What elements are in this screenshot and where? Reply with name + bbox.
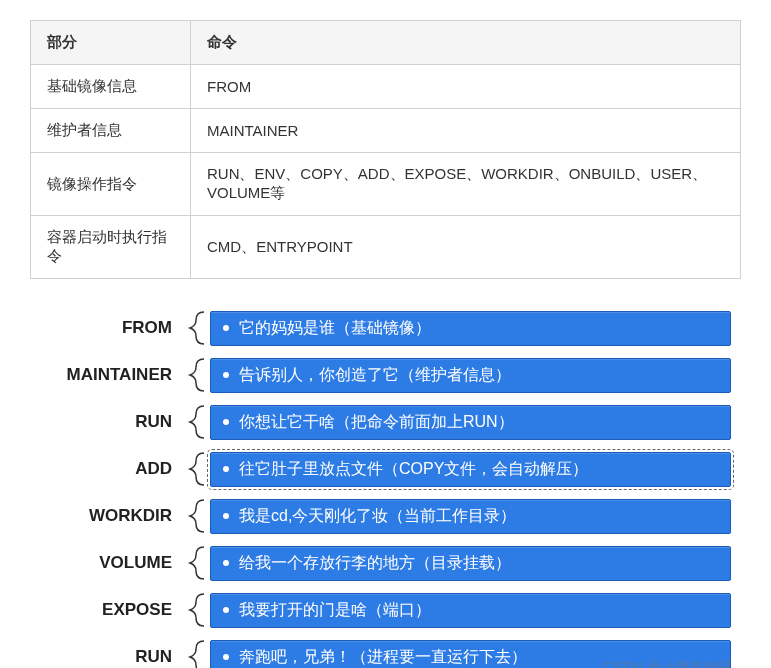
diagram-desc-box: 给我一个存放行李的地方（目录挂载）: [210, 546, 731, 581]
cell-cmd: FROM: [191, 65, 741, 109]
diagram-desc-box: 你想让它干啥（把命令前面加上RUN）: [210, 405, 731, 440]
cell-part: 容器启动时执行指令: [31, 216, 191, 279]
diagram-label: FROM: [30, 318, 180, 338]
table-header-cmd: 命令: [191, 21, 741, 65]
diagram-desc: 给我一个存放行李的地方（目录挂载）: [239, 553, 511, 574]
diagram-desc: 奔跑吧，兄弟！（进程要一直运行下去）: [239, 647, 527, 668]
brace-icon: [180, 639, 210, 668]
cell-cmd: CMD、ENTRYPOINT: [191, 216, 741, 279]
diagram-desc: 我要打开的门是啥（端口）: [239, 600, 431, 621]
diagram-desc: 我是cd,今天刚化了妆（当前工作目录）: [239, 506, 516, 527]
bullet-icon: [223, 513, 229, 519]
diagram-desc-box: 告诉别人，你创造了它（维护者信息）: [210, 358, 731, 393]
table-row: 镜像操作指令 RUN、ENV、COPY、ADD、EXPOSE、WORKDIR、O…: [31, 153, 741, 216]
brace-icon: [180, 404, 210, 440]
brace-icon: [180, 357, 210, 393]
diagram-desc: 告诉别人，你创造了它（维护者信息）: [239, 365, 511, 386]
brace-icon: [180, 451, 210, 487]
table-row: 维护者信息 MAINTAINER: [31, 109, 741, 153]
cell-cmd: MAINTAINER: [191, 109, 741, 153]
brace-icon: [180, 310, 210, 346]
diagram-label: RUN: [30, 412, 180, 432]
cell-part: 镜像操作指令: [31, 153, 191, 216]
diagram-desc-box: 往它肚子里放点文件（COPY文件，会自动解压）: [210, 452, 731, 487]
diagram-label: EXPOSE: [30, 600, 180, 620]
docker-diagram: FROM 它的妈妈是谁（基础镜像） MAINTAINER 告诉别人，你创造了它（…: [30, 309, 741, 668]
diagram-label: ADD: [30, 459, 180, 479]
brace-icon: [180, 545, 210, 581]
brace-icon: [180, 498, 210, 534]
diagram-row: MAINTAINER 告诉别人，你创造了它（维护者信息）: [30, 356, 731, 394]
cell-part: 维护者信息: [31, 109, 191, 153]
bullet-icon: [223, 607, 229, 613]
bullet-icon: [223, 654, 229, 660]
diagram-row: FROM 它的妈妈是谁（基础镜像）: [30, 309, 731, 347]
diagram-row: RUN 你想让它干啥（把命令前面加上RUN）: [30, 403, 731, 441]
diagram-label: RUN: [30, 647, 180, 667]
table-row: 容器启动时执行指令 CMD、ENTRYPOINT: [31, 216, 741, 279]
diagram-label: WORKDIR: [30, 506, 180, 526]
diagram-desc-box: 我是cd,今天刚化了妆（当前工作目录）: [210, 499, 731, 534]
diagram-desc: 它的妈妈是谁（基础镜像）: [239, 318, 431, 339]
docker-commands-table: 部分 命令 基础镜像信息 FROM 维护者信息 MAINTAINER 镜像操作指…: [30, 20, 741, 279]
diagram-row: VOLUME 给我一个存放行李的地方（目录挂载）: [30, 544, 731, 582]
diagram-desc-box: 它的妈妈是谁（基础镜像）: [210, 311, 731, 346]
table-header-part: 部分: [31, 21, 191, 65]
diagram-desc-box: 奔跑吧，兄弟！（进程要一直运行下去）: [210, 640, 731, 669]
bullet-icon: [223, 372, 229, 378]
bullet-icon: [223, 466, 229, 472]
diagram-label: MAINTAINER: [30, 365, 180, 385]
cell-cmd: RUN、ENV、COPY、ADD、EXPOSE、WORKDIR、ONBUILD、…: [191, 153, 741, 216]
diagram-desc: 往它肚子里放点文件（COPY文件，会自动解压）: [239, 459, 588, 480]
bullet-icon: [223, 560, 229, 566]
diagram-row: EXPOSE 我要打开的门是啥（端口）: [30, 591, 731, 629]
bullet-icon: [223, 325, 229, 331]
table-row: 基础镜像信息 FROM: [31, 65, 741, 109]
diagram-desc-box: 我要打开的门是啥（端口）: [210, 593, 731, 628]
diagram-desc: 你想让它干啥（把命令前面加上RUN）: [239, 412, 514, 433]
diagram-row: WORKDIR 我是cd,今天刚化了妆（当前工作目录）: [30, 497, 731, 535]
diagram-row: ADD 往它肚子里放点文件（COPY文件，会自动解压）: [30, 450, 731, 488]
brace-icon: [180, 592, 210, 628]
diagram-label: VOLUME: [30, 553, 180, 573]
diagram-row: RUN 奔跑吧，兄弟！（进程要一直运行下去）: [30, 638, 731, 668]
bullet-icon: [223, 419, 229, 425]
cell-part: 基础镜像信息: [31, 65, 191, 109]
